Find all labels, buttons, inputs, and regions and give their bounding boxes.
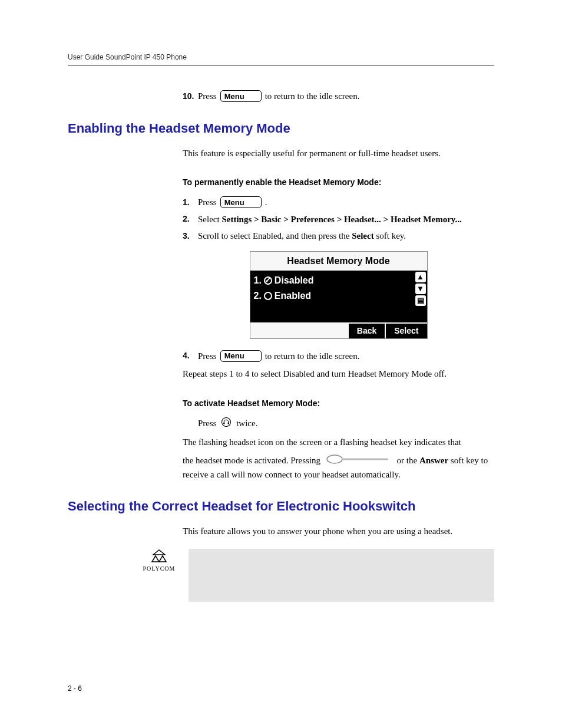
- repeat-note: Repeat steps 1 to 4 to select Disabled a…: [183, 367, 494, 381]
- step-prefix: Select: [198, 215, 222, 224]
- row-label: Enabled: [275, 289, 311, 303]
- menu-path: Settings > Basic > Preferences > Headset…: [222, 215, 461, 224]
- line-key-icon: [326, 454, 391, 468]
- step-number: 1.: [183, 196, 198, 209]
- scroll-down-icon: ▼: [415, 284, 426, 294]
- softkey-select: Select: [386, 322, 427, 338]
- hookswitch-intro: This feature allows you to answer your p…: [183, 525, 494, 538]
- radio-checked-icon: [264, 276, 272, 285]
- running-header: User Guide SoundPoint IP 450 Phone: [68, 53, 494, 66]
- subhead-activate: To activate Headset Memory Mode:: [183, 397, 494, 410]
- step-suffix: soft key.: [374, 231, 406, 241]
- step-prefix: Scroll to select Enabled, and then press…: [198, 231, 352, 241]
- heading-enabling-headset-memory: Enabling the Headset Memory Mode: [68, 121, 494, 136]
- step-2: 2. Select Settings > Basic > Preferences…: [183, 213, 494, 226]
- headset-icon: [221, 417, 232, 431]
- subhead-permanently-enable: To permanently enable the Headset Memory…: [183, 176, 494, 189]
- mode-a: the headset mode is activated. Pressing: [183, 456, 323, 465]
- phone-screen: Headset Memory Mode 1. Disabled 2. Enabl…: [250, 251, 428, 339]
- step-3: 3. Scroll to select Enabled, and then pr…: [183, 229, 494, 243]
- step-after: to return to the idle screen.: [265, 90, 360, 103]
- step-number: 10.: [183, 90, 198, 103]
- mode-b: or the: [397, 456, 419, 465]
- scroll-icons: ▲ ▼ ▤: [415, 272, 426, 306]
- svg-rect-2: [228, 423, 229, 424]
- svg-rect-1: [224, 423, 225, 424]
- svg-point-0: [222, 417, 231, 426]
- svg-marker-5: [153, 550, 165, 555]
- note-box: [189, 549, 494, 602]
- page-number: 2 - 6: [68, 684, 494, 693]
- step-text: Press: [198, 350, 217, 363]
- step-10: 10. Press Menu to return to the idle scr…: [183, 90, 494, 103]
- step-number: 4.: [183, 350, 198, 362]
- row-label: Disabled: [275, 274, 314, 288]
- activate-press-line: Press twice.: [198, 417, 494, 431]
- mode-line: the headset mode is activated. Pressing …: [183, 454, 494, 481]
- step-1: 1. Press Menu .: [183, 196, 494, 209]
- svg-marker-6: [152, 556, 159, 562]
- intro-para: This feature is especially useful for pe…: [183, 147, 494, 160]
- row-prefix: 1.: [254, 274, 262, 288]
- page-icon: ▤: [415, 295, 426, 306]
- svg-rect-4: [342, 459, 388, 460]
- screen-row-disabled: 1. Disabled: [254, 273, 424, 288]
- screen-row-enabled: 2. Enabled: [254, 288, 424, 304]
- menu-key-icon: Menu: [220, 196, 262, 208]
- step-4: 4. Press Menu to return to the idle scre…: [183, 350, 494, 363]
- screen-title: Headset Memory Mode: [250, 252, 427, 271]
- menu-key-icon: Menu: [220, 90, 262, 102]
- svg-marker-7: [159, 556, 166, 562]
- step-after: to return to the idle screen.: [265, 350, 360, 363]
- scroll-up-icon: ▲: [415, 272, 426, 282]
- logo-mark-icon: [141, 549, 177, 565]
- step-after: .: [265, 196, 267, 209]
- svg-point-3: [327, 455, 342, 463]
- step-number: 2.: [183, 213, 198, 225]
- radio-unchecked-icon: [264, 292, 272, 300]
- polycom-logo: POLYCOM: [141, 549, 177, 602]
- softkey-back: Back: [349, 322, 385, 338]
- menu-key-icon: Menu: [220, 350, 262, 362]
- step-number: 3.: [183, 230, 198, 242]
- twice-label: twice.: [236, 419, 257, 428]
- press-label: Press: [198, 419, 219, 428]
- row-prefix: 2.: [254, 289, 262, 303]
- answer-label: Answer: [419, 456, 448, 465]
- heading-selecting-hookswitch: Selecting the Correct Headset for Electr…: [68, 499, 494, 514]
- select-label: Select: [352, 231, 373, 241]
- step-text: Press: [198, 90, 217, 103]
- logo-text: POLYCOM: [141, 565, 177, 572]
- step-text: Press: [198, 196, 217, 209]
- flash-line: The flashing headset icon on the screen …: [183, 436, 494, 449]
